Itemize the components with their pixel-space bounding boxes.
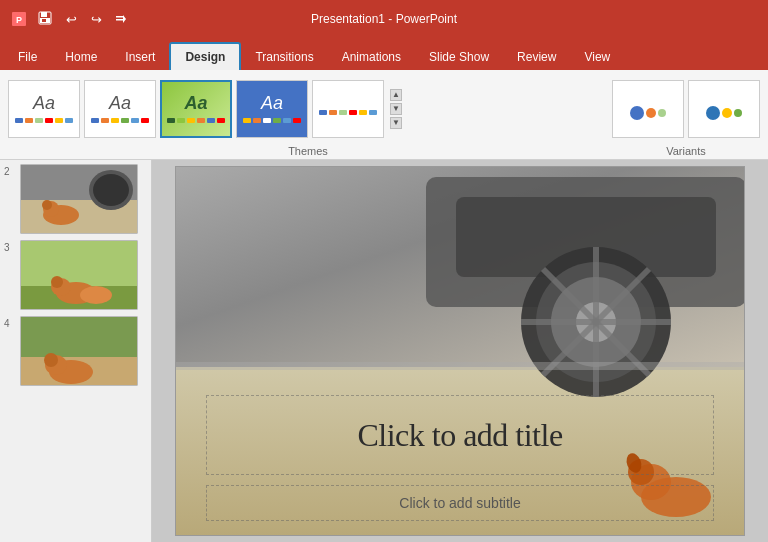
svg-point-12 (93, 174, 129, 206)
themes-label: Themes (8, 143, 608, 159)
theme-4-label: Aa (261, 93, 283, 114)
theme-5-dots (319, 110, 377, 116)
canvas-area[interactable]: Click to add title Click to add subtitle (152, 160, 768, 542)
slide-title-box[interactable]: Click to add title (206, 395, 714, 475)
theme-1-label: Aa (33, 93, 55, 114)
tab-transitions[interactable]: Transitions (241, 44, 327, 70)
theme-scroll-up[interactable]: ▲ (390, 89, 402, 101)
tab-file[interactable]: File (4, 44, 51, 70)
slide-thumb-2[interactable]: 2 (4, 164, 147, 234)
theme-2[interactable]: Aa (84, 80, 156, 138)
tab-insert[interactable]: Insert (111, 44, 169, 70)
ribbon-tabs: File Home Insert Design Transitions Anim… (0, 38, 768, 70)
svg-marker-8 (123, 15, 126, 23)
variant-1-dots (630, 106, 666, 112)
tab-home[interactable]: Home (51, 44, 111, 70)
tab-review[interactable]: Review (503, 44, 570, 70)
theme-5[interactable] (312, 80, 384, 138)
slide-panel: 2 3 (0, 160, 152, 542)
slide-subtitle-box[interactable]: Click to add subtitle (206, 485, 714, 521)
slide-thumb-4[interactable]: 4 (4, 316, 147, 386)
customize-quick-access-icon[interactable] (112, 10, 130, 29)
slide-num-3: 3 (4, 240, 16, 253)
theme-3-dots (167, 118, 225, 124)
slide-canvas[interactable]: Click to add title Click to add subtitle (175, 166, 745, 536)
theme-4[interactable]: Aa (236, 80, 308, 138)
svg-rect-5 (42, 19, 46, 22)
app-icon: P (10, 10, 28, 28)
save-quick-icon[interactable] (34, 9, 56, 30)
slide-thumb-3[interactable]: 3 (4, 240, 147, 310)
svg-rect-7 (116, 19, 124, 21)
variants-label: Variants (612, 143, 760, 159)
tab-animations[interactable]: Animations (328, 44, 415, 70)
theme-1[interactable]: Aa (8, 80, 80, 138)
theme-3-label: Aa (184, 93, 207, 114)
svg-point-21 (80, 286, 112, 304)
svg-rect-23 (21, 317, 138, 357)
svg-point-20 (51, 276, 63, 288)
title-bar-left: P ↩ ↪ (10, 9, 130, 30)
svg-point-15 (42, 200, 52, 210)
svg-text:P: P (16, 15, 22, 25)
ribbon-content: Aa Aa (0, 70, 768, 160)
theme-2-label: Aa (109, 93, 131, 114)
slide-thumbnail-3[interactable] (20, 240, 138, 310)
slide-thumbnail-2[interactable] (20, 164, 138, 234)
theme-scroll-down[interactable]: ▼ (390, 103, 402, 115)
theme-1-dots (15, 118, 73, 124)
svg-rect-6 (116, 16, 124, 18)
variant-1[interactable] (612, 80, 684, 138)
slide-thumbnail-4[interactable] (20, 316, 138, 386)
tab-slideshow[interactable]: Slide Show (415, 44, 503, 70)
theme-scroll: ▲ ▼ ▼ (388, 89, 402, 129)
window-title: Presentation1 - PowerPoint (311, 12, 457, 26)
themes-section: Aa Aa (8, 74, 608, 159)
variants-grid (612, 74, 760, 143)
main-area: 2 3 (0, 160, 768, 542)
slide-num-2: 2 (4, 164, 16, 177)
title-bar: P ↩ ↪ Presentation1 - PowerPoint (0, 0, 768, 38)
theme-2-dots (91, 118, 149, 124)
slide-subtitle-text[interactable]: Click to add subtitle (399, 495, 520, 511)
undo-icon[interactable]: ↩ (62, 10, 81, 29)
slide-title-text[interactable]: Click to add title (357, 417, 562, 454)
tab-view[interactable]: View (570, 44, 624, 70)
redo-icon[interactable]: ↪ (87, 10, 106, 29)
variant-2[interactable] (688, 80, 760, 138)
themes-grid: Aa Aa (8, 74, 608, 143)
theme-3[interactable]: Aa (160, 80, 232, 138)
svg-rect-40 (176, 362, 745, 370)
variant-2-dots (706, 106, 742, 112)
theme-scroll-more[interactable]: ▼ (390, 117, 402, 129)
theme-4-dots (243, 118, 301, 124)
tab-design[interactable]: Design (169, 42, 241, 70)
slide-num-4: 4 (4, 316, 16, 329)
svg-point-27 (44, 353, 58, 367)
svg-rect-3 (41, 12, 47, 17)
variants-section: Variants (612, 74, 760, 159)
